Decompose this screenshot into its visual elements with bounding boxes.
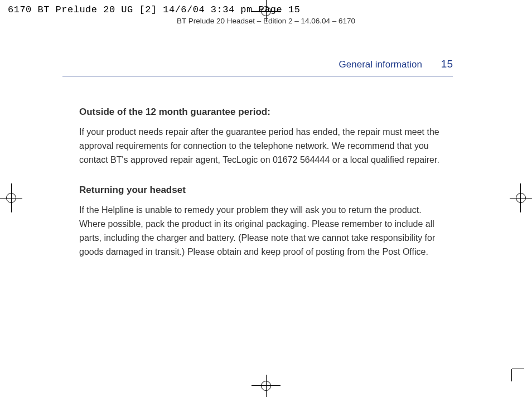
page-body: General information 15 Outside of the 12… <box>62 58 453 272</box>
subhead-guarantee: Outside of the 12 month guarantee period… <box>79 106 447 118</box>
running-head: General information 15 <box>62 58 453 76</box>
subhead-returning: Returning your headset <box>79 185 447 196</box>
para-guarantee: If your product needs repair after the g… <box>79 125 447 167</box>
para-returning: If the Helpline is unable to remedy your… <box>79 204 447 259</box>
section-title: General information <box>339 59 422 70</box>
page-number: 15 <box>441 58 453 70</box>
document-id-line: BT Prelude 20 Headset – Edition 2 – 14.0… <box>0 17 532 25</box>
prepress-slugline: 6170 BT Prelude 20 UG [2] 14/6/04 3:34 p… <box>8 4 300 15</box>
content-area: Outside of the 12 month guarantee period… <box>62 106 453 259</box>
